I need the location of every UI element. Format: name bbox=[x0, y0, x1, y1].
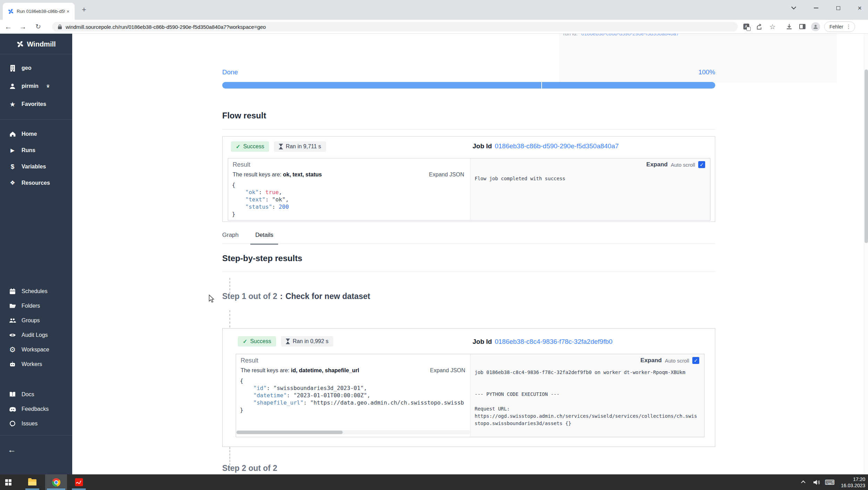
json-line: "text": "ok", bbox=[232, 196, 289, 203]
tray-chevron-up-icon[interactable] bbox=[799, 478, 808, 487]
page-scrollbar[interactable] bbox=[864, 34, 868, 474]
play-icon bbox=[9, 147, 16, 154]
auto-scroll-label: Auto scroll bbox=[671, 162, 695, 168]
sidebar-item-user-pirmin[interactable]: pirmin bbox=[0, 77, 72, 95]
sidebar-item-runs[interactable]: Runs bbox=[0, 142, 72, 158]
sidebar-item-favorites[interactable]: Favorites bbox=[0, 95, 72, 113]
hourglass-icon bbox=[286, 339, 290, 344]
tab-close-icon[interactable]: × bbox=[65, 8, 71, 15]
sidebar-item-home[interactable]: Home bbox=[0, 126, 72, 142]
sidebar-item-groups[interactable]: Groups bbox=[0, 313, 72, 328]
result-keys: id, datetime, shapefile_url bbox=[291, 367, 359, 373]
browser-error-chip[interactable]: Fehler bbox=[824, 22, 855, 32]
tab-graph[interactable]: Graph bbox=[222, 232, 239, 244]
sidebar-item-label: Docs bbox=[22, 391, 34, 398]
json-line: "status": 200 bbox=[232, 203, 289, 210]
window-minimize-button[interactable] bbox=[809, 2, 823, 14]
status-badge-success: Success bbox=[238, 336, 276, 347]
open-app-indicator bbox=[25, 489, 39, 490]
brand[interactable]: Windmill bbox=[0, 37, 72, 51]
sidebar-item-label: Workspace bbox=[22, 347, 49, 353]
progress-status: Done bbox=[222, 68, 238, 76]
expand-json-link[interactable]: Expand JSON bbox=[410, 367, 465, 374]
side-panel-button[interactable] bbox=[796, 20, 809, 33]
tab-details[interactable]: Details bbox=[250, 232, 278, 244]
sidebar-item-variables[interactable]: Variables bbox=[0, 158, 72, 175]
log-text: Flow job completed with success bbox=[475, 175, 704, 182]
cubes-icon bbox=[9, 180, 16, 186]
sidebar-item-audit-logs[interactable]: Audit Logs bbox=[0, 328, 72, 342]
sidebar-collapse-button[interactable] bbox=[5, 443, 19, 457]
tabs-rule bbox=[222, 243, 715, 244]
scrollbar-thumb[interactable] bbox=[236, 431, 343, 434]
result-label: Result bbox=[233, 161, 250, 168]
expand-log-link[interactable]: Expand bbox=[646, 161, 668, 168]
sidebar-item-schedules[interactable]: Schedules bbox=[0, 284, 72, 299]
json-line: "datetime": "2023-01-01T00:00:00Z", bbox=[240, 392, 469, 399]
flow-connector-dashed-line bbox=[229, 310, 230, 327]
share-icon bbox=[756, 24, 763, 30]
address-bar[interactable]: windmill.sourcepole.ch/run/0186eb38-c86b… bbox=[52, 22, 738, 32]
sidebar-item-label: Folders bbox=[22, 303, 40, 309]
hourglass-icon bbox=[279, 144, 283, 149]
job-id-row: Job Id0186eb38-c86b-d590-290e-f5d350a840… bbox=[473, 142, 619, 150]
url-text: windmill.sourcepole.ch/run/0186eb38-c86b… bbox=[66, 24, 266, 30]
sidebar-item-label: Issues bbox=[22, 421, 37, 427]
job-id-label: Job Id bbox=[473, 142, 492, 150]
sidebar-item-label: Audit Logs bbox=[22, 332, 48, 338]
expand-json-link[interactable]: Expand JSON bbox=[409, 172, 464, 178]
sidebar-item-workers[interactable]: Workers bbox=[0, 357, 72, 372]
tab-title: Run 0186eb38-c86b-d590-290e- bbox=[17, 9, 65, 14]
duration-badge: Ran in 9,711 s bbox=[274, 141, 326, 152]
sidebar-item-label: Home bbox=[22, 131, 37, 137]
profile-button[interactable] bbox=[809, 20, 822, 33]
auto-scroll-checkbox[interactable] bbox=[692, 357, 699, 364]
crown-icon bbox=[46, 84, 50, 89]
browser-tab[interactable]: Run 0186eb38-c86b-d590-290e- × bbox=[3, 3, 75, 20]
run-id-link[interactable]: 0186eb38-c86b-d590-290e-f5d350a840a7 bbox=[581, 34, 679, 36]
share-button[interactable] bbox=[753, 20, 766, 33]
forward-button[interactable] bbox=[17, 20, 29, 33]
taskbar-clock[interactable]: 17:20 16.03.2023 bbox=[841, 476, 865, 489]
sidebar-item-workspace-geo[interactable]: geo bbox=[0, 59, 72, 77]
sidebar-item-label: Groups bbox=[22, 317, 40, 324]
auto-scroll-checkbox[interactable] bbox=[698, 161, 705, 168]
window-close-button[interactable]: × bbox=[853, 2, 867, 14]
volume-icon[interactable] bbox=[812, 478, 821, 487]
reload-button[interactable] bbox=[32, 20, 44, 33]
clock-time: 17:20 bbox=[841, 476, 865, 482]
eye-icon bbox=[9, 332, 16, 339]
sidebar-item-resources[interactable]: Resources bbox=[0, 175, 72, 191]
sidebar-item-feedbacks[interactable]: Feedbacks bbox=[0, 402, 72, 416]
groups-icon bbox=[9, 317, 16, 324]
taskbar-chrome-button[interactable] bbox=[45, 474, 67, 490]
translate-button[interactable]: A bbox=[740, 20, 753, 33]
scrollbar-thumb[interactable] bbox=[865, 69, 868, 243]
open-app-indicator bbox=[47, 489, 65, 490]
calendar-icon bbox=[9, 288, 16, 295]
start-button[interactable] bbox=[0, 474, 17, 490]
check-icon bbox=[236, 143, 240, 150]
taskbar-file-explorer-button[interactable] bbox=[24, 474, 41, 490]
windmill-favicon-icon bbox=[8, 8, 14, 15]
job-id-link[interactable]: 0186eb38-c86b-d590-290e-f5d350a840a7 bbox=[495, 142, 619, 150]
downloads-button[interactable] bbox=[783, 20, 796, 33]
menu-dots-icon[interactable] bbox=[846, 24, 851, 30]
sidebar-item-workspace-settings[interactable]: Workspace bbox=[0, 342, 72, 357]
window-menu-chevron-icon[interactable] bbox=[787, 2, 801, 14]
bookmark-star-button[interactable] bbox=[766, 20, 779, 33]
horizontal-scrollbar[interactable] bbox=[236, 430, 470, 434]
sidebar-item-folders[interactable]: Folders bbox=[0, 299, 72, 313]
window-restore-button[interactable] bbox=[831, 2, 845, 14]
dollar-icon bbox=[9, 163, 16, 170]
browser-toolbar: windmill.sourcepole.ch/run/0186eb38-c86b… bbox=[0, 20, 868, 34]
sidebar-item-docs[interactable]: Docs bbox=[0, 387, 72, 402]
translate-icon: A bbox=[743, 24, 749, 30]
expand-log-link[interactable]: Expand bbox=[641, 357, 662, 364]
taskbar-acrobat-button[interactable] bbox=[70, 474, 87, 490]
back-button[interactable] bbox=[2, 20, 15, 33]
sidebar-item-issues[interactable]: Issues bbox=[0, 416, 72, 431]
job-id-link[interactable]: 0186eb38-c8c4-9836-f78c-32fa2def9fb0 bbox=[495, 338, 612, 345]
keyboard-icon[interactable] bbox=[826, 478, 834, 487]
new-tab-button[interactable]: + bbox=[79, 5, 89, 15]
